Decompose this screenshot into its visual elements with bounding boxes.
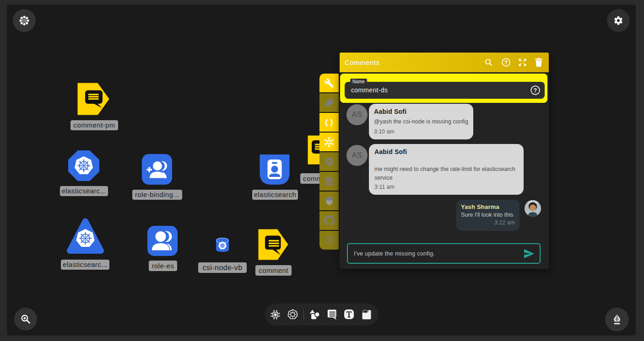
svg-text:{ }: { }	[325, 118, 333, 127]
svg-text:?: ?	[534, 87, 537, 94]
svg-text:?: ?	[504, 59, 508, 66]
